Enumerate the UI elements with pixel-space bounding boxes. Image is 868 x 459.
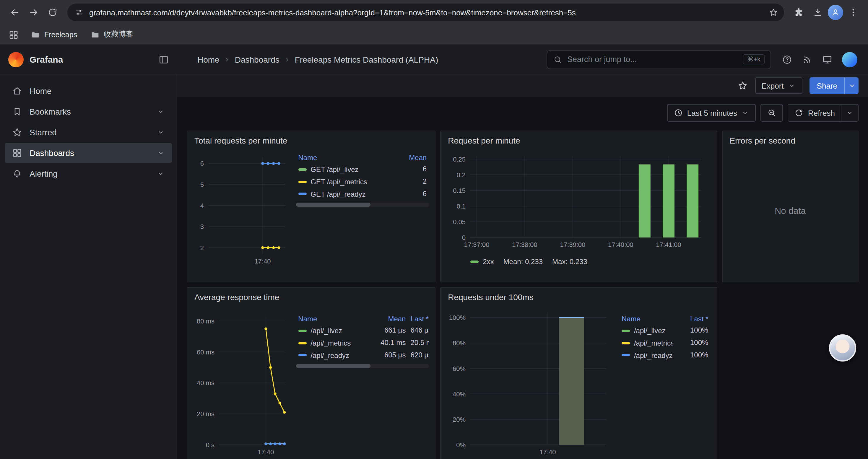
panel-title[interactable]: Requests under 100ms <box>447 291 711 305</box>
legend-scrollbar[interactable] <box>296 203 429 207</box>
series-color-dash <box>622 330 630 332</box>
dock-menu-icon[interactable] <box>158 54 169 65</box>
svg-text:40 ms: 40 ms <box>197 379 215 387</box>
sidebar-item-bookmarks[interactable]: Bookmarks <box>5 102 172 122</box>
panel-title[interactable]: Errors per second <box>728 135 852 149</box>
grafana-logo-icon[interactable] <box>8 52 24 67</box>
legend-row[interactable]: GET /api/_readyz6 <box>296 188 429 200</box>
series-color-dash <box>622 342 630 344</box>
legend-item[interactable]: 2xx <box>470 258 494 266</box>
legend-column-header[interactable]: Name <box>619 314 673 324</box>
home-icon <box>12 86 23 96</box>
extensions-button[interactable] <box>790 4 808 21</box>
user-avatar[interactable] <box>842 52 857 67</box>
legend-column-header[interactable]: Mean <box>359 314 408 324</box>
back-arrow-icon <box>9 7 20 18</box>
site-info-icon[interactable] <box>74 8 84 17</box>
star-icon <box>12 127 23 138</box>
url-text[interactable]: grafana.mathmast.com/d/deytv4rwavabkb/fr… <box>89 8 764 17</box>
help-icon[interactable] <box>782 54 793 65</box>
chevron-down-icon[interactable] <box>157 149 165 157</box>
browser-profile-avatar[interactable] <box>828 5 843 20</box>
bookmark-star-icon[interactable] <box>769 8 778 17</box>
panel-request-per-minute: Request per minute 00.050.10.150.20.2517… <box>440 131 717 282</box>
downloads-button[interactable] <box>809 4 827 21</box>
bookmark-item[interactable]: Freeleaps <box>31 30 77 39</box>
legend-row[interactable]: GET /api/_livez6 <box>296 163 429 175</box>
panel-title[interactable]: Request per minute <box>447 135 711 149</box>
breadcrumb-item[interactable]: Dashboards <box>235 55 279 64</box>
sidebar-item-home[interactable]: Home <box>5 81 172 101</box>
panel-legend: NameMeanLast */api/_livez661 µs646 µs/ap… <box>290 305 429 368</box>
chevron-down-icon[interactable] <box>157 107 165 116</box>
series-color-dash <box>298 168 306 171</box>
search-box[interactable]: Search or jump to... ⌘+k <box>547 50 771 69</box>
url-bar[interactable]: grafana.mathmast.com/d/deytv4rwavabkb/fr… <box>67 4 784 21</box>
refresh-interval-dropdown[interactable] <box>841 104 859 122</box>
legend-stat-mean: Mean: 0.233 <box>503 258 543 266</box>
svg-text:17:39:00: 17:39:00 <box>560 241 586 249</box>
panel-title[interactable]: Total requests per minute <box>193 135 429 149</box>
forward-button[interactable] <box>25 4 42 21</box>
bar-chart[interactable]: 0%20%40%60%80%100%17:40 <box>447 305 616 459</box>
share-dropdown-button[interactable] <box>844 77 859 94</box>
svg-text:17:40: 17:40 <box>258 448 274 456</box>
reload-button[interactable] <box>44 4 61 21</box>
legend-scrollbar[interactable] <box>296 364 429 368</box>
svg-text:0: 0 <box>462 234 466 241</box>
series-color-dash <box>298 330 306 332</box>
svg-text:80%: 80% <box>453 339 466 347</box>
zoom-out-button[interactable] <box>761 104 783 122</box>
apps-grid-icon[interactable] <box>8 29 19 40</box>
legend-column-header[interactable]: Name <box>296 153 386 163</box>
person-icon <box>831 8 840 17</box>
bookmark-item[interactable]: 收藏博客 <box>90 30 133 40</box>
monitor-icon[interactable] <box>822 54 833 65</box>
sidebar-item-dashboards[interactable]: Dashboards <box>5 143 172 163</box>
legend-column-header[interactable]: Last * <box>408 314 429 324</box>
topnav-icons <box>771 52 868 67</box>
refresh-button[interactable]: Refresh <box>788 104 841 122</box>
breadcrumb-item[interactable]: Home <box>197 55 219 64</box>
legend-row[interactable]: /api/_readyz605 µs620 µs <box>296 349 429 361</box>
timeseries-chart[interactable]: 0 s20 ms40 ms60 ms80 ms17:40 <box>193 305 290 459</box>
export-button[interactable]: Export <box>755 77 802 94</box>
legend-table: NameLast */api/_livez100%/api/_metrics10… <box>619 314 711 361</box>
series-color-dash <box>298 342 306 344</box>
legend-column-header[interactable]: Last * <box>672 314 711 324</box>
svg-text:0.2: 0.2 <box>457 171 466 179</box>
breadcrumb-item[interactable]: Freeleaps Metrics Dashboard (ALPHA) <box>295 55 438 64</box>
legend-row[interactable]: GET /api/_metrics2 <box>296 175 429 188</box>
legend-row[interactable]: /api/_metrics100% <box>619 337 711 349</box>
legend-row[interactable]: /api/_metrics40.1 ms20.5 ms <box>296 337 429 349</box>
browser-menu-button[interactable] <box>844 4 862 21</box>
share-button[interactable]: Share <box>810 77 844 94</box>
panel-legend: NameLast */api/_livez100%/api/_metrics10… <box>616 305 711 361</box>
sidebar-item-starred[interactable]: Starred <box>5 122 172 142</box>
svg-text:0.1: 0.1 <box>457 203 466 210</box>
svg-text:17:40: 17:40 <box>540 448 556 456</box>
time-range-picker[interactable]: Last 5 minutes <box>667 104 756 122</box>
legend-row[interactable]: /api/_livez661 µs646 µs <box>296 324 429 337</box>
panel-grid: Total requests per minute 2345617:40 Nam… <box>187 131 859 459</box>
sidebar-item-alerting[interactable]: Alerting <box>5 164 172 184</box>
chevron-down-icon <box>788 81 796 90</box>
timeseries-chart[interactable]: 2345617:40 <box>193 149 290 269</box>
clock-icon <box>674 108 683 118</box>
dashboard-actions: Export Share <box>177 74 868 97</box>
legend-column-header[interactable]: Mean <box>386 153 429 163</box>
chevron-down-icon[interactable] <box>157 169 165 178</box>
chart-plot: 00.050.10.150.20.2517:37:0017:38:0017:39… <box>447 149 711 254</box>
favorite-dashboard-button[interactable] <box>737 80 748 91</box>
svg-text:6: 6 <box>200 160 204 167</box>
back-button[interactable] <box>6 4 24 21</box>
chevron-down-icon[interactable] <box>157 128 165 136</box>
search-placeholder: Search or jump to... <box>567 55 637 64</box>
legend-column-header[interactable]: Name <box>296 314 359 324</box>
legend-row[interactable]: /api/_livez100% <box>619 324 711 337</box>
panel-title[interactable]: Average response time <box>193 291 429 305</box>
assistant-avatar[interactable] <box>829 334 856 362</box>
bar-chart[interactable]: 00.050.10.150.20.2517:37:0017:38:0017:39… <box>447 149 711 254</box>
news-rss-icon[interactable] <box>802 54 812 65</box>
legend-row[interactable]: /api/_readyz100% <box>619 349 711 361</box>
